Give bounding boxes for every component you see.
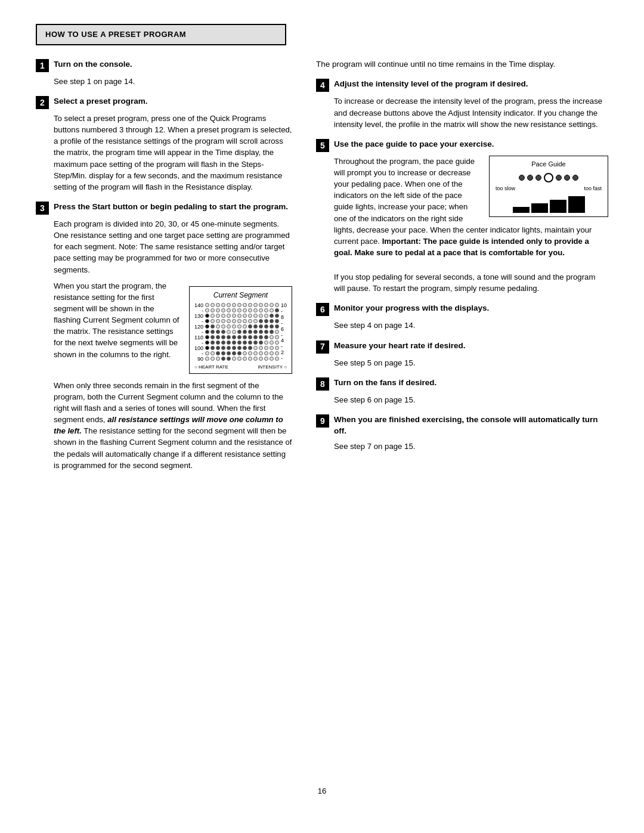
step-8-header: 8 Turn on the fans if desired. <box>316 377 608 391</box>
left-column: 1 Turn on the console. See step 1 on pag… <box>36 58 292 768</box>
matrix-dot-r7-c12 <box>270 340 274 345</box>
matrix-dot-r5-c10 <box>259 330 263 334</box>
matrix-dot-r7-c2 <box>216 340 220 345</box>
matrix-heart-label: ○ HEART RATE <box>194 364 228 371</box>
matrix-dot-r4-c1 <box>210 324 215 329</box>
matrix-dot-r7-c4 <box>227 340 231 345</box>
matrix-dot-r6-c1 <box>210 335 215 339</box>
step-3-body3-combined: When only three seconds remain in the fi… <box>54 380 292 471</box>
matrix-dot-r7-c5 <box>232 340 236 345</box>
page-number: 16 <box>36 786 608 797</box>
matrix-dot-r8-c12 <box>270 346 274 350</box>
matrix-dot-r0-c9 <box>253 303 258 307</box>
matrix-dot-r2-c12 <box>270 314 274 318</box>
matrix-dot-r10-c2 <box>216 357 220 361</box>
step-7-body: See step 5 on page 15. <box>334 357 608 368</box>
matrix-dot-r7-c10 <box>259 340 263 345</box>
pace-guide-title: Pace Guide <box>496 160 602 169</box>
step-1-number: 1 <box>36 59 49 72</box>
matrix-column-7 <box>243 303 247 362</box>
pace-dot-center <box>544 173 553 182</box>
current-segment-diagram: Current Segment 140 - 130 - 120 <box>189 286 292 374</box>
matrix-dot-r7-c13 <box>275 340 279 345</box>
step-1-block: 1 Turn on the console. See step 1 on pag… <box>36 58 292 87</box>
matrix-dot-r1-c10 <box>259 308 263 312</box>
matrix-dot-r10-c3 <box>221 357 225 361</box>
matrix-dot-r9-c8 <box>248 351 252 355</box>
matrix-dot-r3-c11 <box>264 319 268 323</box>
matrix-dot-r4-c5 <box>232 324 236 329</box>
pace-guide-dots <box>496 173 602 182</box>
matrix-column-0 <box>205 303 209 362</box>
pace-bar-1 <box>513 207 530 213</box>
matrix-dot-r2-c11 <box>264 314 268 318</box>
matrix-dot-r0-c8 <box>248 303 252 307</box>
step-5b-content: If you stop pedaling for several seconds… <box>334 271 608 294</box>
matrix-dot-r6-c8 <box>248 335 252 339</box>
matrix-dot-r2-c13 <box>275 314 279 318</box>
matrix-dot-r7-c9 <box>253 340 258 345</box>
step-4-number: 4 <box>316 79 329 92</box>
matrix-right-labels: 10 - 8 - 6 - 4 - 2 - <box>279 303 287 362</box>
step-2-body: To select a preset program, press one of… <box>54 113 292 193</box>
matrix-dot-r6-c4 <box>227 335 231 339</box>
matrix-column-3 <box>221 303 225 362</box>
matrix-dot-r10-c11 <box>264 357 268 361</box>
matrix-dot-r3-c10 <box>259 319 263 323</box>
step-9-body: See step 7 on page 15. <box>334 441 608 452</box>
right-intro: The program will continue until no time … <box>316 58 608 70</box>
matrix-dot-r10-c4 <box>227 357 231 361</box>
step-9-number: 9 <box>316 414 329 428</box>
matrix-dot-r3-c9 <box>253 319 258 323</box>
matrix-dot-r9-c6 <box>237 351 242 355</box>
step-5-number: 5 <box>316 139 329 152</box>
matrix-dot-r7-c11 <box>264 340 268 345</box>
matrix-dot-r9-c0 <box>205 351 209 355</box>
matrix-column-5 <box>232 303 236 362</box>
matrix-dot-r10-c8 <box>248 357 252 361</box>
matrix-dot-r0-c1 <box>210 303 215 307</box>
matrix-dot-r9-c2 <box>216 351 220 355</box>
matrix-dot-r6-c3 <box>221 335 225 339</box>
matrix-column-6 <box>237 303 242 362</box>
matrix-dot-r2-c9 <box>253 314 258 318</box>
matrix-intensity-label: INTENSITY ○ <box>258 364 287 371</box>
matrix-dot-r9-c3 <box>221 351 225 355</box>
matrix-dot-r6-c11 <box>264 335 268 339</box>
step-5-title: Use the pace guide to pace your exercise… <box>334 138 494 150</box>
step-7-title: Measure your heart rate if desired. <box>334 340 466 352</box>
matrix-dot-r0-c13 <box>275 303 279 307</box>
matrix-dot-r10-c7 <box>243 357 247 361</box>
matrix-dot-r6-c2 <box>216 335 220 339</box>
matrix-dot-r2-c8 <box>248 314 252 318</box>
matrix-dot-r5-c2 <box>216 330 220 334</box>
matrix-dot-r1-c11 <box>264 308 268 312</box>
pace-dot-3 <box>535 175 541 181</box>
step-5-content: Pace Guide too slow <box>334 156 608 263</box>
step-9-title: When you are finished exercising, the co… <box>334 414 608 437</box>
pace-bar-2 <box>531 203 548 213</box>
matrix-dot-r2-c1 <box>210 314 215 318</box>
header-title: HOW TO USE A PRESET PROGRAM <box>45 30 186 39</box>
matrix-dot-r8-c7 <box>243 346 247 350</box>
matrix-dot-r7-c7 <box>243 340 247 345</box>
step-8-body: See step 6 on page 15. <box>334 394 608 405</box>
matrix-dot-r1-c7 <box>243 308 247 312</box>
matrix-dot-r1-c1 <box>210 308 215 312</box>
step-5-header: 5 Use the pace guide to pace your exerci… <box>316 138 608 152</box>
matrix-dot-r1-c13 <box>275 308 279 312</box>
step-1-body: See step 1 on page 14. <box>54 76 292 87</box>
matrix-dot-r7-c8 <box>248 340 252 345</box>
matrix-dot-r8-c13 <box>275 346 279 350</box>
matrix-dot-r3-c12 <box>270 319 274 323</box>
matrix-dot-r1-c12 <box>270 308 274 312</box>
matrix-dot-r0-c12 <box>270 303 274 307</box>
matrix-dot-r7-c1 <box>210 340 215 345</box>
step-3-title: Press the Start button or begin pedaling… <box>54 201 288 213</box>
matrix-dot-r10-c1 <box>210 357 215 361</box>
matrix-dot-r8-c6 <box>237 346 242 350</box>
matrix-body: 140 - 130 - 120 - 110 - 100 - <box>194 303 287 362</box>
matrix-dot-r10-c9 <box>253 357 258 361</box>
pace-dot-6 <box>572 175 578 181</box>
matrix-column-1 <box>210 303 215 362</box>
